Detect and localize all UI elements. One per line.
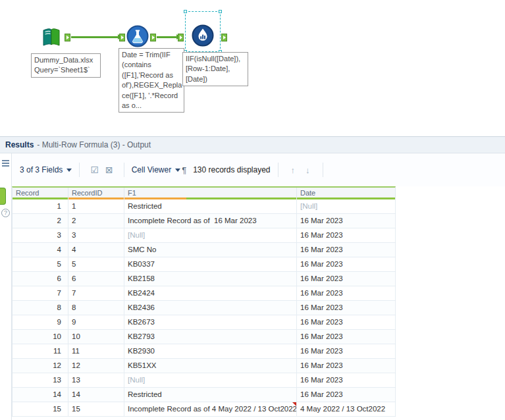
input-anchor[interactable] (178, 34, 184, 41)
table-cell[interactable]: 16 Mar 2023 (297, 388, 396, 402)
cell-warning-flag (292, 402, 296, 406)
table-cell[interactable]: KB2424 (124, 286, 297, 300)
table-cell[interactable]: 12 (68, 359, 124, 373)
fields-dropdown-label: 3 of 3 Fields (20, 165, 63, 174)
table-cell[interactable]: Restricted (124, 199, 297, 213)
table-row: 22Incomplete Record as of 16 Mar 202316 … (13, 214, 395, 228)
table-cell[interactable]: 16 Mar 2023 (297, 228, 396, 242)
table-cell[interactable]: 13 (68, 373, 124, 387)
table-cell[interactable]: 16 Mar 2023 (297, 301, 396, 315)
selection-handle[interactable] (184, 10, 187, 13)
scroll-down-icon[interactable]: ↓ (306, 165, 310, 175)
table-cell[interactable]: 9 (68, 315, 124, 329)
selection-handle[interactable] (219, 10, 222, 13)
table-cell[interactable]: 16 Mar 2023 (297, 330, 396, 344)
table-cell[interactable]: 9 (13, 315, 68, 329)
table-cell[interactable]: 11 (68, 344, 124, 358)
cancel-edit-icon[interactable]: ⊠ (105, 165, 113, 175)
tool-annotation[interactable]: Dummy_Data.xlsx Query=`Sheet1$` (31, 53, 101, 78)
list-view-icon[interactable] (2, 160, 9, 167)
table-cell[interactable]: 7 (68, 286, 124, 300)
table-cell[interactable]: KB51XX (124, 359, 297, 373)
table-cell[interactable]: 1 (68, 199, 124, 213)
table-cell[interactable]: 12 (13, 359, 68, 373)
multi-row-formula-tool-icon[interactable] (192, 24, 214, 47)
table-cell[interactable]: 5 (68, 257, 124, 271)
tool-annotation[interactable]: Date = Trim(IIF (contains ([F1],'Record … (119, 48, 184, 113)
table-cell[interactable]: 7 (13, 286, 68, 300)
whitespace-toggle-icon[interactable]: ¶ (182, 165, 186, 175)
table-cell[interactable]: 10 (13, 330, 68, 344)
table-cell[interactable]: 8 (68, 301, 124, 315)
table-cell[interactable]: 16 Mar 2023 (297, 315, 396, 329)
table-cell[interactable]: 11 (13, 344, 68, 358)
cell-viewer-dropdown[interactable]: Cell Viewer (132, 165, 180, 174)
table-cell[interactable]: [Null] (124, 228, 297, 242)
connector-wire[interactable] (71, 36, 119, 38)
table-cell[interactable]: 16 Mar 2023 (297, 344, 396, 358)
table-cell[interactable]: 13 (13, 373, 68, 387)
input-anchor[interactable] (119, 34, 125, 41)
table-row: 11Restricted[Null] (13, 199, 395, 214)
table-cell[interactable]: 1 (13, 199, 68, 213)
results-toolbar: 3 of 3 Fields ☑ ⊠ Cell Viewer ¶ 130 reco… (12, 153, 505, 186)
connector-wire[interactable] (157, 36, 177, 38)
output-anchor[interactable] (150, 34, 156, 41)
table-cell[interactable]: Incomplete Record as of 16 Mar 2023 (124, 214, 297, 228)
apply-edit-icon[interactable]: ☑ (90, 165, 99, 175)
results-grid[interactable]: RecordRecordIDF1Date 11Restricted[Null]2… (12, 186, 396, 417)
formula-tool-icon[interactable] (126, 25, 149, 47)
table-cell[interactable]: 16 Mar 2023 (297, 272, 396, 286)
column-header[interactable]: Date (297, 188, 396, 199)
table-cell[interactable]: 4 May 2022 / 13 Oct2022 (297, 402, 396, 416)
workflow-canvas[interactable]: Dummy_Data.xlsx Query=`Sheet1$` Date = T… (0, 0, 505, 136)
table-cell[interactable]: KB2673 (124, 315, 297, 329)
table-cell[interactable]: 4 (68, 243, 124, 257)
table-cell[interactable]: 3 (13, 228, 68, 242)
fields-dropdown[interactable]: 3 of 3 Fields (20, 165, 72, 174)
column-header[interactable]: F1 (124, 188, 297, 199)
table-cell[interactable]: 16 Mar 2023 (297, 359, 396, 373)
table-cell[interactable]: 15 (68, 402, 124, 416)
table-cell[interactable]: KB0337 (124, 257, 297, 271)
column-header[interactable]: Record (13, 188, 68, 199)
results-panel-header[interactable]: Results - Multi-Row Formula (3) - Output (0, 136, 505, 153)
table-cell[interactable]: 15 (13, 402, 68, 416)
table-cell[interactable]: 5 (13, 257, 68, 271)
table-cell[interactable]: 6 (68, 272, 124, 286)
output-anchor[interactable] (221, 34, 227, 41)
table-cell[interactable]: Restricted (124, 388, 297, 402)
table-cell[interactable]: 14 (68, 388, 124, 402)
input-data-tool-icon[interactable] (40, 26, 63, 49)
table-cell[interactable]: 3 (68, 228, 124, 242)
table-cell[interactable]: KB2793 (124, 330, 297, 344)
table-cell[interactable]: Incomplete Record as of 4 May 2022 / 13 … (124, 402, 297, 416)
toolbar-separator (79, 163, 80, 177)
help-icon[interactable]: ? (1, 209, 10, 217)
table-cell[interactable]: 2 (68, 214, 124, 228)
table-row: 1515Incomplete Record as of 4 May 2022 /… (13, 402, 395, 417)
table-cell[interactable]: 6 (13, 272, 68, 286)
table-cell[interactable]: [Null] (124, 373, 297, 387)
chevron-down-icon (175, 169, 180, 172)
tool-annotation[interactable]: IIF(isNull([Date]), [Row-1:Date], [Date]… (182, 52, 248, 86)
table-cell[interactable]: KB2158 (124, 272, 297, 286)
table-cell[interactable]: KB2436 (124, 301, 297, 315)
scroll-up-icon[interactable]: ↑ (291, 165, 296, 175)
table-cell[interactable]: 10 (68, 330, 124, 344)
output-anchor[interactable] (65, 34, 70, 41)
table-cell[interactable]: KB2930 (124, 344, 297, 358)
table-cell[interactable]: 14 (13, 388, 68, 402)
table-cell[interactable]: 8 (13, 301, 68, 315)
table-cell[interactable]: 16 Mar 2023 (297, 373, 396, 387)
table-cell[interactable]: 2 (13, 214, 68, 228)
column-header[interactable]: RecordID (68, 188, 124, 199)
table-cell[interactable]: 16 Mar 2023 (297, 214, 396, 228)
table-cell[interactable]: 16 Mar 2023 (297, 243, 396, 257)
table-cell[interactable]: 4 (13, 243, 68, 257)
table-cell[interactable]: 16 Mar 2023 (297, 286, 396, 300)
output-anchor-tab[interactable] (0, 188, 6, 205)
table-cell[interactable]: SMC No (124, 243, 297, 257)
table-cell[interactable]: [Null] (297, 199, 396, 213)
table-cell[interactable]: 16 Mar 2023 (297, 257, 396, 271)
